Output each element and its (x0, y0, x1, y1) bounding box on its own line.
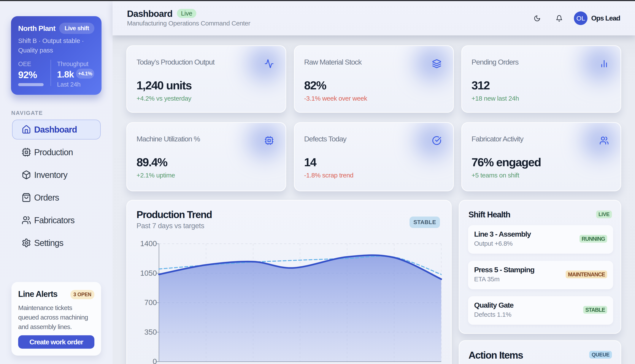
svg-text:0: 0 (153, 357, 157, 364)
svg-text:1400: 1400 (140, 239, 157, 248)
svg-text:350: 350 (144, 328, 157, 336)
svg-text:700: 700 (144, 298, 157, 306)
svg-text:1050: 1050 (140, 269, 157, 277)
